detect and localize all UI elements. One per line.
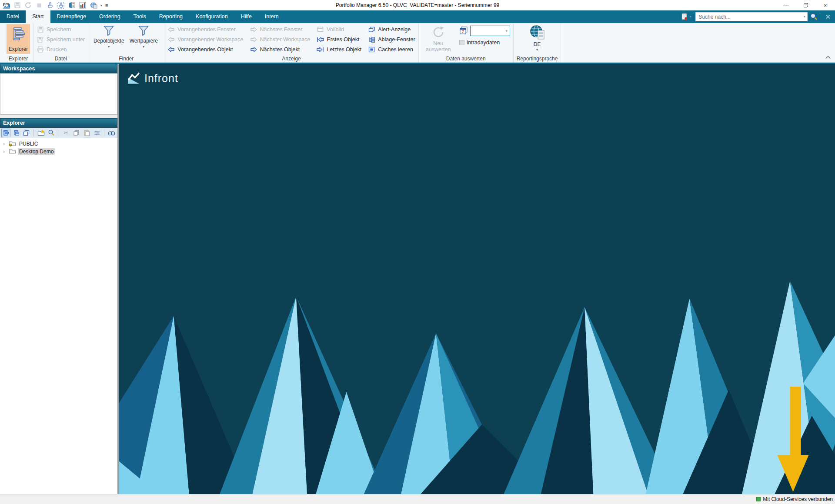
find-icon[interactable]	[107, 129, 116, 137]
save-as-icon	[37, 36, 44, 43]
filter-settings-icon[interactable]	[93, 129, 102, 137]
drucken-button[interactable]: Drucken	[37, 44, 85, 54]
search-caret-icon[interactable]: ▾	[803, 15, 807, 19]
expander-icon[interactable]: ›	[3, 140, 7, 148]
search-close-icon[interactable]: ✕	[822, 13, 833, 21]
ribbon-group-datei: Speichern Speichern unter Drucken Datei	[33, 23, 88, 63]
svg-text:pm: pm	[3, 2, 9, 6]
quick-access-dropdown-icon[interactable]: ▾	[100, 3, 102, 7]
toolbar-customize-icon[interactable]: ≡	[105, 3, 108, 8]
group-label-reportingsprache: Reportingsprache	[517, 56, 558, 63]
report-icon[interactable]	[68, 1, 76, 9]
funnel-icon	[138, 25, 150, 37]
tab-start[interactable]: Start	[26, 10, 50, 23]
funnel-icon	[103, 25, 115, 37]
tree-view-icon[interactable]	[1, 129, 10, 137]
vollbild-button[interactable]: Vollbild	[317, 24, 361, 34]
search-icon[interactable]	[47, 129, 56, 137]
cut-icon[interactable]: ✂	[62, 129, 71, 137]
title-bar: pm ▾ ≡ Portfolio Manager 6.50 - QLVC_VAL…	[0, 0, 835, 10]
intradaydaten-checkbox[interactable]	[459, 40, 464, 45]
expander-icon[interactable]: ›	[3, 148, 7, 156]
ribbon-tab-bar: Datei Start Datenpflege Ordering Tools R…	[0, 10, 835, 23]
redo-icon[interactable]	[24, 1, 32, 9]
naechstes-fenster-button[interactable]: Nächstes Fenster	[250, 24, 311, 34]
vorangehender-workspace-button[interactable]: Vorangehender Workspace	[167, 34, 243, 44]
group-label-explorer: Explorer	[7, 56, 30, 63]
tab-konfiguration[interactable]: Konfiguration	[189, 10, 234, 23]
ribbon-group-finder: Depotobjekte ▾ Wertpapiere ▾ Finder	[88, 23, 164, 63]
workspaces-panel-body[interactable]	[0, 73, 117, 115]
tree-item-public[interactable]: › PUBLIC	[0, 140, 117, 148]
tab-tools[interactable]: Tools	[127, 10, 153, 23]
ribbon: Explorer Explorer Speichern Speichern un…	[0, 23, 835, 63]
web-report-icon[interactable]	[90, 1, 97, 9]
dropdown-caret-icon: ▾	[143, 45, 144, 49]
search-input[interactable]	[696, 14, 803, 20]
reportingsprache-button[interactable]: DE ▾	[518, 24, 556, 52]
dropdown-caret-icon: ▾	[108, 45, 110, 49]
alert-window-icon	[368, 27, 375, 33]
infront-logo-icon	[127, 72, 140, 85]
minimize-button[interactable]: —	[776, 0, 796, 10]
search-cluster: ▾ ▾ ✕	[681, 10, 835, 23]
auswertung-datum-combobox[interactable]: ▾	[470, 26, 510, 36]
speichern-unter-button[interactable]: Speichern unter	[37, 34, 85, 44]
tab-datenpflege[interactable]: Datenpflege	[50, 10, 93, 23]
tab-hilfe[interactable]: Hilfe	[234, 10, 258, 23]
naechster-workspace-button[interactable]: Nächster Workspace	[250, 34, 311, 44]
paste-icon[interactable]	[82, 129, 91, 137]
arrow-left-icon	[167, 46, 175, 53]
copy-icon[interactable]	[72, 129, 81, 137]
ribbon-collapse-icon[interactable]	[825, 54, 831, 60]
tab-datei[interactable]: Datei	[0, 10, 26, 23]
search-scope-button[interactable]: ▾	[681, 13, 693, 21]
letztes-objekt-button[interactable]: Letztes Objekt	[317, 44, 361, 54]
vorangehendes-fenster-button[interactable]: Vorangehendes Fenster	[167, 24, 243, 34]
arrow-first-icon	[317, 36, 324, 43]
ablage-fenster-button[interactable]: Ablage-Fenster	[368, 34, 415, 44]
stop-icon[interactable]	[35, 1, 43, 9]
panel-gap	[0, 115, 117, 118]
caches-leeren-button[interactable]: Caches leeren	[368, 44, 415, 54]
search-scope-caret-icon: ▾	[689, 15, 693, 19]
divider	[820, 13, 820, 21]
duplicate-icon[interactable]	[22, 129, 31, 137]
alert-anzeige-button[interactable]: Alert-Anzeige	[368, 24, 415, 34]
multi-select-mode-icon[interactable]	[57, 1, 65, 9]
auswertung-datum-input[interactable]	[475, 27, 506, 35]
list-view-icon[interactable]	[12, 129, 21, 137]
vorangehendes-objekt-button[interactable]: Vorangehendes Objekt	[167, 44, 243, 54]
naechstes-objekt-button[interactable]: Nächstes Objekt	[250, 44, 311, 54]
tab-ordering[interactable]: Ordering	[93, 10, 127, 23]
main-workspace: Infront	[119, 64, 835, 494]
tab-intern[interactable]: Intern	[258, 10, 285, 23]
chart-icon[interactable]	[79, 1, 87, 9]
save-icon[interactable]	[13, 1, 21, 9]
speichern-button[interactable]: Speichern	[37, 24, 85, 34]
close-button[interactable]: ×	[815, 0, 835, 10]
new-folder-icon[interactable]	[37, 129, 46, 137]
explorer-button[interactable]: Explorer	[7, 24, 30, 54]
arrow-right-icon	[250, 46, 257, 53]
tree-item-desktop-demo[interactable]: › Desktop Demo	[0, 148, 117, 156]
divider	[59, 129, 59, 136]
select-mode-icon[interactable]	[46, 1, 54, 9]
divider	[33, 129, 34, 136]
svg-text:7: 7	[462, 30, 464, 34]
sidebar: Workspaces Explorer ✂	[0, 64, 119, 494]
neu-auswerten-button[interactable]: Neu auswerten	[422, 24, 455, 53]
workspaces-panel-header[interactable]: Workspaces	[0, 64, 117, 73]
arrow-left-icon	[167, 27, 175, 33]
globe-document-icon	[528, 24, 546, 41]
tab-reporting[interactable]: Reporting	[153, 10, 189, 23]
restore-button[interactable]	[796, 0, 815, 10]
wertpapiere-button[interactable]: Wertpapiere ▾	[126, 24, 161, 49]
erstes-objekt-button[interactable]: Erstes Objekt	[317, 34, 361, 44]
search-icon[interactable]	[810, 13, 818, 21]
cloud-status-text: Mit Cloud-Services verbunden	[763, 496, 833, 502]
explorer-panel-header[interactable]: Explorer	[0, 118, 117, 128]
cloud-connected-icon	[756, 497, 761, 501]
depotobjekte-button[interactable]: Depotobjekte ▾	[91, 24, 126, 49]
explorer-toolbar: ✂	[0, 128, 117, 138]
